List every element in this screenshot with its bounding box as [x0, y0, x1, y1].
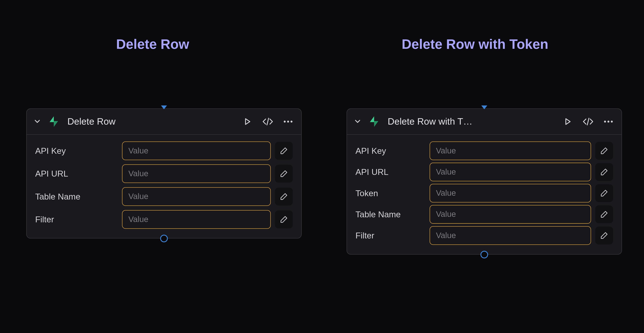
section-title-right: Delete Row with Token — [402, 36, 548, 52]
edit-button[interactable] — [595, 227, 613, 244]
api-url-input[interactable] — [430, 163, 591, 181]
edit-button[interactable] — [275, 165, 293, 182]
field-row-table-name: Table Name — [356, 205, 613, 224]
more-button[interactable] — [282, 116, 294, 127]
code-button[interactable] — [262, 116, 273, 127]
input-port[interactable] — [481, 106, 487, 109]
edit-button[interactable] — [275, 210, 293, 228]
filter-input[interactable] — [122, 210, 271, 229]
table-name-input[interactable] — [122, 187, 271, 206]
field-label: API URL — [35, 169, 118, 178]
field-row-api-url: API URL — [356, 163, 613, 181]
pencil-icon — [600, 210, 608, 218]
field-row-table-name: Table Name — [35, 187, 293, 206]
pencil-icon — [280, 193, 288, 200]
node-title: Delete Row — [66, 116, 237, 127]
field-row-filter: Filter — [35, 210, 293, 229]
play-icon — [564, 118, 572, 125]
output-port[interactable] — [160, 235, 168, 242]
caret-down-icon — [355, 120, 360, 123]
collapse-toggle[interactable] — [353, 117, 362, 126]
field-row-filter: Filter — [356, 226, 613, 245]
svg-point-1 — [287, 120, 289, 122]
node-header: Delete Row with T… — [347, 109, 622, 135]
node-body: API Key API URL Token — [347, 135, 622, 254]
node-title: Delete Row with T… — [386, 116, 557, 127]
node-header: Delete Row — [27, 109, 301, 135]
field-label: API URL — [356, 167, 426, 177]
edit-button[interactable] — [595, 142, 613, 160]
section-title-left: Delete Row — [116, 36, 189, 52]
play-icon — [244, 118, 251, 125]
node-body: API Key API URL Table Name — [27, 135, 301, 238]
api-key-input[interactable] — [430, 142, 591, 160]
api-url-input[interactable] — [122, 164, 271, 183]
api-key-input[interactable] — [122, 142, 271, 160]
edit-button[interactable] — [595, 184, 613, 202]
field-label: Table Name — [356, 210, 426, 219]
pencil-icon — [280, 216, 288, 223]
edit-button[interactable] — [275, 142, 293, 160]
node-delete-row-with-token[interactable]: Delete Row with T… — [347, 108, 622, 255]
node-header-actions — [242, 116, 294, 127]
edit-button[interactable] — [595, 206, 613, 223]
supabase-logo-icon — [47, 115, 60, 128]
more-button[interactable] — [603, 116, 614, 127]
node-header-actions — [562, 116, 614, 127]
field-label: API Key — [356, 146, 426, 156]
pencil-icon — [600, 232, 608, 239]
code-button[interactable] — [582, 116, 594, 127]
table-name-input[interactable] — [430, 205, 591, 224]
field-label: API Key — [35, 146, 118, 156]
svg-point-4 — [608, 120, 610, 122]
supabase-logo-icon — [367, 115, 381, 128]
field-label: Filter — [356, 231, 426, 240]
field-row-api-key: API Key — [35, 142, 293, 160]
svg-point-3 — [604, 120, 606, 122]
pencil-icon — [600, 189, 608, 197]
ellipsis-icon — [604, 120, 613, 123]
code-icon — [582, 118, 594, 125]
output-port[interactable] — [480, 251, 488, 258]
pencil-icon — [280, 170, 288, 178]
svg-point-2 — [290, 120, 292, 122]
edit-button[interactable] — [595, 163, 613, 181]
svg-point-5 — [611, 120, 613, 122]
field-row-token: Token — [356, 184, 613, 202]
input-port[interactable] — [161, 106, 167, 109]
node-delete-row[interactable]: Delete Row — [26, 108, 302, 238]
pencil-icon — [600, 147, 608, 154]
run-button[interactable] — [562, 116, 573, 127]
field-label: Filter — [35, 214, 118, 224]
token-input[interactable] — [430, 184, 591, 202]
pencil-icon — [600, 168, 608, 176]
svg-point-0 — [284, 120, 286, 122]
collapse-toggle[interactable] — [33, 117, 42, 126]
field-row-api-key: API Key — [356, 142, 613, 160]
filter-input[interactable] — [430, 226, 591, 245]
run-button[interactable] — [242, 116, 253, 127]
ellipsis-icon — [284, 120, 293, 123]
code-icon — [262, 118, 273, 125]
edit-button[interactable] — [275, 188, 293, 206]
field-row-api-url: API URL — [35, 164, 293, 183]
pencil-icon — [280, 147, 288, 154]
field-label: Table Name — [35, 192, 118, 202]
caret-down-icon — [35, 120, 40, 123]
field-label: Token — [356, 188, 426, 198]
